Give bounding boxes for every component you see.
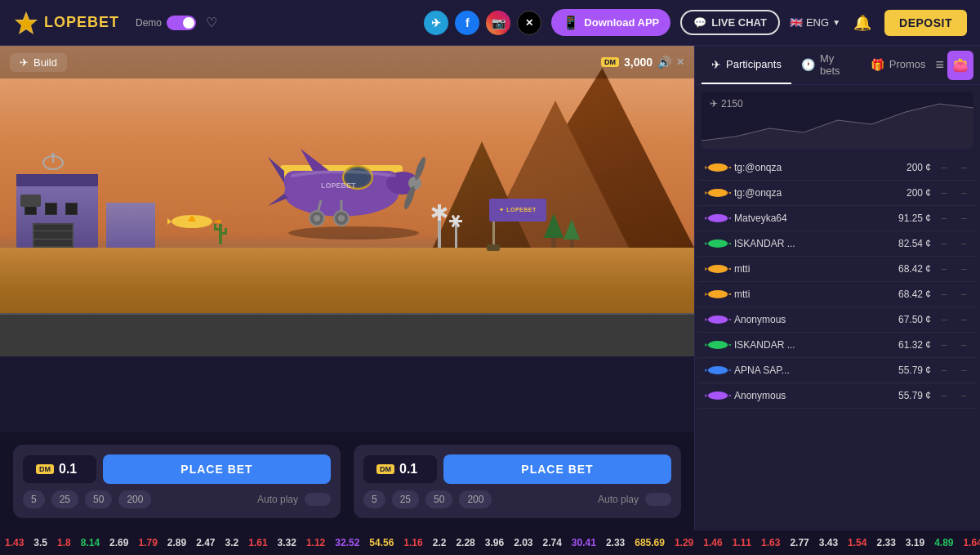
tab-promos[interactable]: 🎁 Promos [861,46,936,84]
participant-row: tg:@onqza 200 ¢ – – [698,155,977,181]
ticker-item: 1.63 [756,537,785,548]
participant-amount: 68.42 ¢ [882,263,931,275]
autoplay-toggle-2[interactable] [645,493,671,506]
svg-marker-60 [728,293,731,295]
quick-5-btn-1[interactable]: 5 [23,490,45,508]
ticker-item: 1.46 [698,537,727,548]
ticker-item: 30.41 [567,537,601,548]
build-button[interactable]: ✈ Build [10,53,67,72]
quick-5-btn-2[interactable]: 5 [363,490,385,508]
participant-plane-icon [705,338,731,352]
participant-row: Matveyka64 91.25 ¢ – – [698,206,977,231]
coins-display: DM 3,000 🔊 ✕ [601,56,684,69]
sidebar-menu-icon[interactable]: ≡ [936,56,945,74]
participant-plane-icon [705,186,731,200]
participant-dash-2: – [957,365,970,376]
participant-avatar [705,211,728,226]
svg-point-9 [288,226,419,239]
quick-50-btn-2[interactable]: 50 [425,490,452,508]
ticker-item: 3.5 [29,537,52,548]
participant-name: mtti [734,289,875,300]
deposit-button[interactable]: DEPOSIT [884,10,967,36]
bet-amount-box-2[interactable]: DM 0.1 [363,455,437,483]
livechat-button[interactable]: 💬 LIVE CHAT [680,10,780,35]
bet-bottom-2: 5 25 50 200 Auto play [363,490,671,508]
ticker-item: 2.47 [191,537,220,548]
svg-marker-61 [705,293,708,296]
participant-row: mtti 68.42 ¢ – – [698,257,977,282]
participant-row: Anonymous 67.50 ¢ – – [698,307,977,333]
demo-section: Demo [136,16,196,30]
participant-dash-2: – [957,314,970,325]
participant-name: ISKANDAR ... [734,339,875,351]
svg-marker-52 [728,243,731,244]
participant-dash-2: – [957,162,970,173]
gift-icon: 🎁 [871,58,884,71]
ticker-item: 3.96 [480,537,509,548]
quick-25-btn-1[interactable]: 25 [51,490,78,508]
language-selector[interactable]: 🇬🇧 ENG ▼ [790,16,840,29]
svg-marker-48 [728,217,731,219]
ticker-item: 2.89 [163,537,191,548]
logo: LOPEBET [13,10,119,36]
svg-marker-77 [705,394,708,397]
place-bet-button-2[interactable]: PLACE BET [443,454,671,484]
ticker-item: 2.33 [871,537,900,548]
participant-name: tg:@onqza [734,162,875,173]
bet-panel-2: DM 0.1 PLACE BET 5 25 50 200 Auto play [354,445,681,518]
notification-bell-icon[interactable]: 🔔 [853,14,871,32]
quick-50-btn-1[interactable]: 50 [85,490,112,508]
telegram-icon[interactable]: ✈ [424,11,448,35]
x-twitter-icon[interactable]: ✕ [517,11,541,35]
ticker-item: 32.52 [330,537,364,548]
participant-name: Matveyka64 [734,213,875,224]
quick-200-btn-2[interactable]: 200 [459,490,492,508]
participant-name: Anonymous [734,390,875,401]
tab-participants[interactable]: ✈ Participants [702,46,791,84]
wallet-icon: 👛 [952,57,969,73]
ticker-item: 1.11 [728,537,756,548]
satellite-dish-icon [41,150,65,171]
social-icons: ✈ f 📷 ✕ [424,11,541,35]
participant-row: APNA SAP... 55.79 ¢ – – [698,358,977,383]
ticker-item: 2.03 [509,537,537,548]
bet-amount-box-1[interactable]: DM 0.1 [23,455,96,483]
bet-panel-1: DM 0.1 PLACE BET 5 25 50 200 Auto play [13,445,341,518]
ticker-item: 3.2 [220,537,244,548]
bet-amount-value-2: 0.1 [399,462,417,477]
ticker-item: 2.28 [451,537,479,548]
participant-avatar [705,236,728,251]
bet-area: DM 0.1 PLACE BET 5 25 50 200 Auto play [0,432,694,530]
place-bet-button-1[interactable]: PLACE BET [103,454,331,484]
autoplay-toggle-1[interactable] [305,493,331,506]
svg-marker-64 [728,319,731,320]
heart-icon[interactable]: ♡ [206,15,217,30]
tab-my-bets[interactable]: 🕐 My bets [791,46,861,84]
download-app-button[interactable]: 📱 Download APP [551,9,670,36]
multiplier-graph: ✈ 2150 [702,92,973,149]
demo-toggle[interactable] [167,16,196,30]
participant-row: tg:@onqza 200 ¢ – – [698,181,977,206]
bet-amount-value-1: 0.1 [59,462,77,477]
quick-25-btn-2[interactable]: 25 [392,490,419,508]
instagram-icon[interactable]: 📷 [486,11,510,35]
ticker-item: 1.43 [0,537,29,548]
participant-name: Anonymous [734,314,875,325]
svg-point-32 [338,215,345,222]
facebook-icon[interactable]: f [455,11,479,35]
quick-200-btn-1[interactable]: 200 [118,490,151,508]
participant-amount: 200 ¢ [882,187,931,199]
build-label: Build [33,56,57,69]
participant-dash-2: – [957,289,970,300]
participant-plane-icon [705,262,731,276]
ticker-item: 2.74 [537,537,566,548]
svg-marker-57 [705,267,708,271]
close-icon[interactable]: ✕ [676,56,684,68]
svg-marker-45 [705,191,708,195]
ticker-item: 685.69 [630,537,670,548]
deposit-label: DEPOSIT [899,16,952,29]
participant-plane-icon [705,287,731,302]
sound-icon[interactable]: 🔊 [657,56,671,69]
ticker-item: 2.77 [785,537,813,548]
wallet-button[interactable]: 👛 [947,51,973,80]
